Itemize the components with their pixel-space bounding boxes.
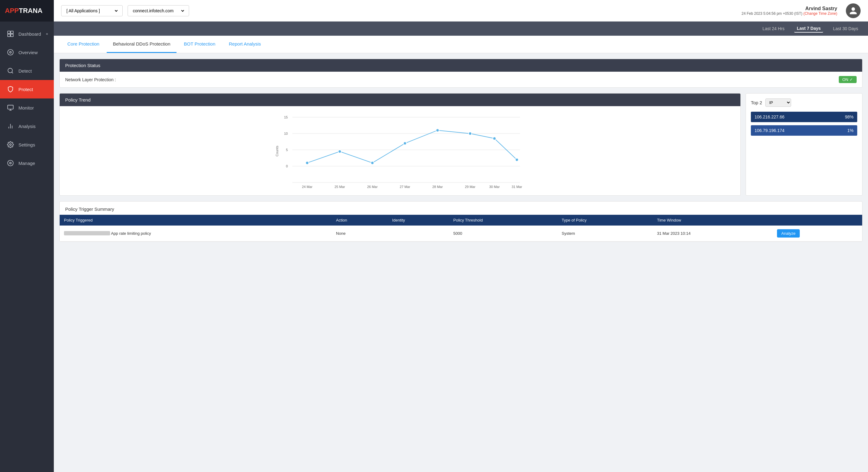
cell-analyze: Analyze: [773, 226, 862, 241]
bar-value-1: 1%: [847, 128, 854, 133]
app-select[interactable]: [ All Applications ]: [65, 8, 119, 13]
sidebar: APPTRANA Dashboard « Overview: [0, 0, 54, 472]
sidebar-item-settings[interactable]: Settings: [0, 136, 54, 154]
bar-row-1: 106.79.196.174 1%: [751, 125, 857, 136]
col-time-window: Time Window: [653, 215, 773, 226]
sidebar-item-analysis[interactable]: Analysis: [0, 117, 54, 136]
network-layer-label: Network Layer Protection :: [65, 77, 116, 82]
overview-icon: [6, 48, 15, 57]
svg-point-11: [9, 144, 11, 146]
tab-bot-protection[interactable]: BOT Protection: [178, 36, 221, 53]
protection-toggle[interactable]: ON ✓: [839, 76, 857, 83]
svg-point-32: [338, 150, 341, 153]
top-header: [ All Applications ] connect.infotech.co…: [54, 0, 868, 22]
sidebar-item-protect[interactable]: Protect: [0, 80, 54, 98]
sidebar-item-label-overview: Overview: [19, 50, 38, 55]
sidebar-item-label-manage: Manage: [19, 160, 35, 166]
sidebar-item-label-analysis: Analysis: [19, 124, 36, 129]
change-timezone-link[interactable]: (Change Time Zone): [803, 11, 837, 16]
cell-policy-triggered: App rate limiting policy: [60, 226, 332, 241]
time-btn-24hrs[interactable]: Last 24 Hrs: [760, 25, 787, 32]
svg-rect-0: [8, 31, 10, 33]
time-btn-30days[interactable]: Last 30 Days: [831, 25, 861, 32]
svg-text:26 Mar: 26 Mar: [367, 185, 378, 188]
monitor-icon: [6, 104, 15, 112]
svg-text:27 Mar: 27 Mar: [400, 185, 410, 188]
sidebar-nav: Dashboard « Overview Detect: [0, 22, 54, 472]
tab-core-protection[interactable]: Core Protection: [61, 36, 105, 53]
app-dropdown[interactable]: [ All Applications ]: [61, 5, 123, 16]
analyze-button[interactable]: Analyze: [777, 229, 800, 238]
bar-row-0: 106.216.227.66 98%: [751, 112, 857, 122]
svg-rect-7: [8, 105, 13, 109]
content-area: Core Protection Behavioral DDoS Protecti…: [54, 36, 868, 472]
logo: APPTRANA: [5, 7, 42, 15]
cell-type-of-policy: System: [557, 226, 653, 241]
col-identity: Identity: [388, 215, 449, 226]
sidebar-item-manage[interactable]: Manage: [0, 154, 54, 172]
table-row: App rate limiting policy None 5000 Syste…: [60, 226, 862, 241]
summary-table: Policy Triggered Action Identity Policy …: [60, 215, 862, 241]
url-dropdown[interactable]: connect.infotech.com: [128, 5, 189, 16]
protection-status-header: Protection Status: [60, 59, 862, 72]
svg-point-38: [515, 158, 518, 161]
svg-text:31 Mar: 31 Mar: [512, 185, 522, 188]
sidebar-item-label-dashboard: Dashboard: [19, 31, 41, 37]
user-time-text: 24 Feb 2023 5:04:56 pm +0530 (IST): [742, 11, 803, 16]
svg-rect-3: [11, 34, 13, 37]
svg-text:28 Mar: 28 Mar: [432, 185, 443, 188]
protect-icon: [6, 85, 15, 93]
sidebar-item-dashboard[interactable]: Dashboard «: [0, 25, 54, 43]
sidebar-item-monitor[interactable]: Monitor: [0, 98, 54, 117]
url-select[interactable]: connect.infotech.com: [132, 8, 185, 13]
top-panel: Top 2 IP Country URL 106.216.227.66 98%: [746, 93, 863, 196]
svg-text:0: 0: [286, 164, 288, 168]
sidebar-item-detect[interactable]: Detect: [0, 62, 54, 80]
svg-text:Counts: Counts: [275, 146, 279, 156]
user-info: Arvind Sastry 24 Feb 2023 5:04:56 pm +05…: [742, 6, 837, 16]
top-panel-dropdown[interactable]: IP Country URL: [765, 98, 791, 107]
sidebar-item-label-detect: Detect: [19, 68, 32, 73]
dashboard-collapse-icon: «: [46, 32, 48, 36]
svg-point-33: [371, 161, 374, 164]
sidebar-item-label-protect: Protect: [19, 87, 33, 92]
settings-icon: [6, 140, 15, 149]
blurred-policy-id: [64, 231, 110, 235]
sidebar-logo: APPTRANA: [0, 0, 54, 22]
bar-label-0: 106.216.227.66: [754, 115, 784, 119]
checkmark-icon: ✓: [849, 77, 853, 82]
bar-label-1: 106.79.196.174: [754, 128, 784, 133]
bar-item-0: 106.216.227.66 98%: [751, 112, 857, 122]
tab-report-analysis[interactable]: Report Analysis: [223, 36, 267, 53]
svg-text:10: 10: [284, 132, 288, 136]
logo-brand: TRANA: [19, 7, 42, 14]
avatar: [846, 3, 861, 18]
svg-point-6: [8, 68, 12, 73]
svg-point-34: [403, 142, 406, 145]
chart-panel: Policy Trend 15 10 5 0: [59, 93, 741, 196]
col-policy-threshold: Policy Threshold: [449, 215, 557, 226]
main-area: [ All Applications ] connect.infotech.co…: [54, 0, 868, 472]
svg-point-12: [9, 162, 11, 164]
user-name: Arvind Sastry: [742, 6, 837, 11]
sidebar-item-label-settings: Settings: [19, 142, 35, 147]
sidebar-item-overview[interactable]: Overview: [0, 43, 54, 62]
user-avatar-icon: [849, 6, 858, 15]
policy-trigger-summary-panel: Policy Trigger Summary Policy Triggered …: [59, 201, 863, 242]
cell-policy-threshold: 5000: [449, 226, 557, 241]
analysis-icon: [6, 122, 15, 130]
cell-action: None: [332, 226, 388, 241]
tabs-bar: Core Protection Behavioral DDoS Protecti…: [54, 36, 868, 53]
bar-item-1: 106.79.196.174 1%: [751, 125, 857, 136]
col-policy-triggered: Policy Triggered: [60, 215, 332, 226]
top-panel-header: Top 2 IP Country URL: [751, 98, 857, 107]
svg-point-36: [469, 132, 472, 135]
svg-text:30 Mar: 30 Mar: [489, 185, 500, 188]
chart-title: Policy Trend: [60, 93, 740, 106]
time-btn-7days[interactable]: Last 7 Days: [794, 25, 823, 33]
bar-value-0: 98%: [845, 115, 854, 119]
svg-point-5: [9, 51, 11, 53]
user-time: 24 Feb 2023 5:04:56 pm +0530 (IST) (Chan…: [742, 11, 837, 16]
protection-status-value: ON: [842, 77, 849, 82]
tab-behavioral-ddos[interactable]: Behavioral DDoS Protection: [107, 36, 177, 53]
